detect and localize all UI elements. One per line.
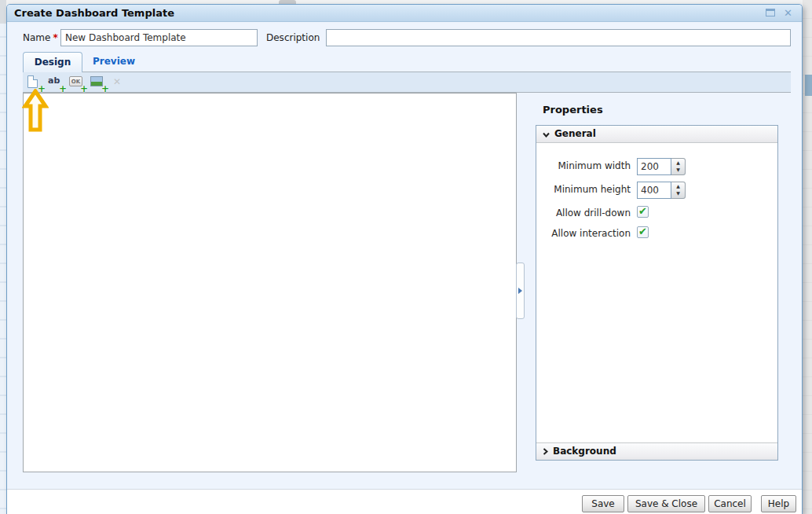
delete-x-icon: ✕ (113, 76, 121, 87)
highlight-up-arrow-icon (22, 89, 49, 133)
name-description-row: Name* Description (7, 29, 802, 48)
background-app-left-strip (0, 0, 6, 514)
save-button[interactable]: Save (582, 495, 624, 512)
properties-box: General Minimum width ▲ ▼ Minimum height… (536, 125, 778, 461)
description-input[interactable] (326, 29, 791, 46)
field-row-drill-down: Allow drill-down ✔ (536, 205, 777, 222)
section-label-background: Background (553, 446, 616, 457)
tab-preview[interactable]: Preview (82, 52, 145, 72)
chevron-down-icon (543, 132, 550, 138)
plus-badge-icon: + (59, 84, 67, 94)
tab-bar: Design Preview (7, 52, 802, 72)
min-height-input[interactable] (637, 182, 671, 199)
dialog-footer: Save Save & Close Cancel Help (7, 489, 802, 514)
allow-drill-down-label: Allow drill-down (536, 207, 631, 218)
field-row-min-height: Minimum height ▲ ▼ (536, 182, 777, 199)
spin-down-button[interactable]: ▼ (671, 189, 685, 198)
save-and-close-button[interactable]: Save & Close (627, 495, 705, 512)
background-app-left-corner (0, 0, 6, 24)
plus-badge-icon: + (101, 84, 109, 94)
check-icon: ✔ (638, 205, 647, 217)
chevron-right-icon (543, 448, 548, 455)
required-marker: * (53, 32, 57, 43)
add-image-button[interactable]: + (90, 75, 107, 90)
dialog-titlebar[interactable]: Create Dashboard Template ✕ (7, 5, 802, 22)
close-button[interactable]: ✕ (782, 8, 794, 19)
help-button[interactable]: Help (761, 495, 796, 512)
plus-badge-icon: + (80, 84, 88, 94)
field-row-min-width: Minimum width ▲ ▼ (536, 158, 777, 175)
maximize-button[interactable] (765, 8, 777, 19)
check-icon: ✔ (638, 226, 647, 237)
properties-panel-title: Properties (543, 104, 603, 116)
allow-interaction-label: Allow interaction (536, 228, 631, 239)
screen: Create Dashboard Template ✕ Name* Descri… (0, 0, 812, 514)
create-dashboard-template-dialog: Create Dashboard Template ✕ Name* Descri… (6, 4, 803, 514)
spin-down-button[interactable]: ▼ (671, 166, 685, 174)
add-text-button[interactable]: ab + (48, 75, 64, 90)
splitter-arrow-icon (518, 288, 522, 294)
new-page-icon (27, 75, 38, 88)
panel-splitter-handle[interactable] (516, 263, 525, 319)
dialog-title: Create Dashboard Template (14, 7, 174, 19)
background-app-table-header (805, 75, 812, 96)
name-input[interactable] (60, 29, 258, 46)
min-width-spinner: ▲ ▼ (671, 158, 686, 175)
cancel-button[interactable]: Cancel (708, 495, 752, 512)
add-button-button[interactable]: OK + (69, 75, 86, 90)
delete-button[interactable]: ✕ (112, 75, 128, 90)
min-height-spinner: ▲ ▼ (671, 182, 686, 199)
section-header-background[interactable]: Background (536, 442, 777, 460)
design-toolbar: + ab + OK + + ✕ (23, 72, 791, 93)
min-height-label: Minimum height (536, 184, 631, 195)
field-row-interaction: Allow interaction ✔ (536, 226, 777, 243)
allow-drill-down-checkbox[interactable]: ✔ (637, 206, 649, 218)
section-header-general[interactable]: General (536, 126, 777, 143)
section-label-general: General (554, 128, 596, 139)
min-width-input[interactable] (637, 158, 671, 175)
description-label: Description (266, 32, 320, 43)
name-label: Name* (23, 32, 58, 43)
min-width-label: Minimum width (536, 160, 631, 171)
allow-interaction-checkbox[interactable]: ✔ (637, 226, 649, 238)
maximize-icon (766, 9, 775, 17)
design-canvas[interactable] (23, 93, 517, 472)
tab-design[interactable]: Design (23, 52, 82, 72)
add-panel-button[interactable]: + (27, 75, 43, 90)
